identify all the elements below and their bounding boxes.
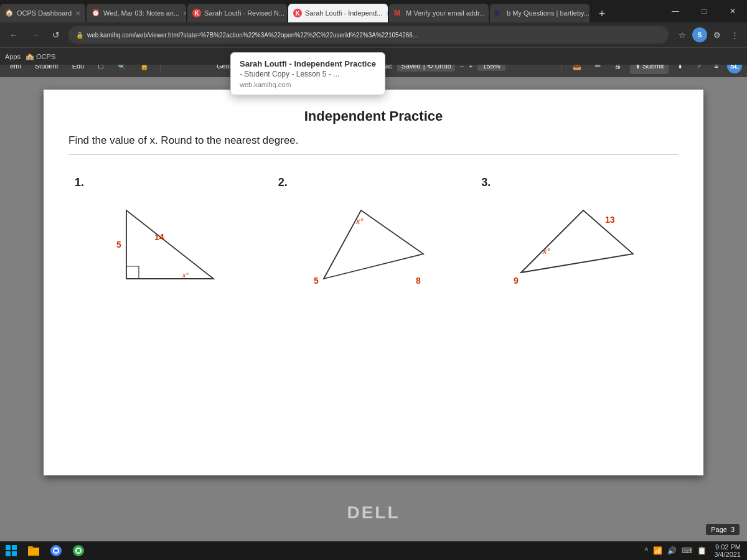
- label-5-p2: 5: [314, 276, 319, 286]
- label-9-p3: 9: [514, 276, 519, 286]
- address-bar[interactable]: 🔒 web.kamihq.com/web/viewer.html?state=%…: [68, 26, 669, 44]
- svg-point-9: [54, 549, 58, 553]
- forward-button[interactable]: →: [26, 26, 44, 44]
- chrome-logo-2: [72, 544, 85, 557]
- tab-ocps-dashboard[interactable]: 🏠 OCPS Dashboard ✕: [0, 4, 85, 22]
- sound-icon[interactable]: 🔊: [667, 546, 677, 555]
- tooltip-subtitle: - Student Copy - Lesson 5 - ...: [240, 70, 376, 78]
- minimize-button[interactable]: —: [661, 0, 690, 22]
- window-controls: — □ ✕: [661, 0, 747, 22]
- tab-bartleby[interactable]: b b My Questions | bartleby... ✕: [490, 4, 590, 22]
- profile-icon[interactable]: S: [692, 27, 707, 42]
- svg-point-12: [77, 549, 80, 553]
- tab-label-5: M Verify your email addr...: [406, 9, 485, 17]
- label-x-p2: x°: [355, 217, 364, 226]
- school-icon: 🏫: [26, 52, 34, 60]
- pdf-page: Independent Practice Find the value of x…: [44, 90, 703, 475]
- triangle-3-shape: [521, 210, 633, 273]
- tooltip-url: web.kamihq.com: [240, 81, 376, 88]
- address-bar-row: ← → ↺ 🔒 web.kamihq.com/web/viewer.html?s…: [0, 22, 747, 47]
- chrome-logo: [50, 544, 62, 557]
- triangle-2-svg: x° 5 8: [305, 192, 442, 297]
- windows-icon: [5, 544, 17, 557]
- tab-wed-mar03[interactable]: ⏰ Wed, Mar 03: Notes an... ✕: [87, 4, 186, 22]
- close-button[interactable]: ✕: [718, 0, 747, 22]
- browser-chrome: 🏠 OCPS Dashboard ✕ ⏰ Wed, Mar 03: Notes …: [0, 0, 747, 55]
- page-title: Independent Practice: [68, 108, 679, 124]
- triangle-1-svg: 5 14 x°: [108, 192, 232, 297]
- time-display: 9:02 PM: [714, 543, 741, 551]
- menu-icon[interactable]: ⋮: [727, 27, 742, 42]
- svg-rect-6: [28, 546, 33, 549]
- right-angle-mark-1: [126, 266, 139, 279]
- tab-sarah-independent[interactable]: K Sarah Loutfi - Independ... ✕: [288, 4, 388, 22]
- lock-icon: 🔒: [76, 32, 83, 39]
- tab-tooltip: Sarah Loutfi - Independent Practice - St…: [230, 52, 385, 95]
- taskbar-left: [0, 541, 87, 560]
- tab-sarah-revised[interactable]: K Sarah Loutfi - Revised N... ✕: [187, 4, 287, 22]
- problems-row: 1. 5 14 x°: [68, 170, 679, 307]
- problem-1-number: 1.: [75, 176, 84, 189]
- problem-3-triangle: 13 x° 9: [481, 189, 672, 301]
- new-tab-button[interactable]: +: [593, 5, 611, 22]
- tab-verify-email[interactable]: M M Verify your email addr... ✕: [389, 4, 489, 22]
- svg-rect-5: [28, 549, 39, 556]
- label-8-p2: 8: [416, 276, 421, 286]
- svg-rect-0: [6, 545, 11, 550]
- tooltip-title: Sarah Loutfi - Independent Practice: [240, 59, 376, 68]
- problem-2-triangle: x° 5 8: [278, 189, 469, 301]
- tab-close-2[interactable]: ✕: [183, 10, 186, 17]
- triangle-2-shape: [324, 210, 423, 279]
- problem-2: 2. x° 5 8: [272, 170, 476, 307]
- notification-icon[interactable]: 📋: [697, 546, 707, 555]
- tab-favicon-5: M: [394, 9, 403, 17]
- reload-button[interactable]: ↺: [47, 26, 65, 44]
- taskbar-clock: 9:02 PM 3/4/2021: [714, 543, 741, 558]
- tab-favicon-3: K: [192, 9, 201, 17]
- extensions-icon[interactable]: ⚙: [710, 27, 725, 42]
- label-13-p3: 13: [605, 215, 615, 225]
- chrome-icon[interactable]: [47, 542, 65, 559]
- tab-label-1: OCPS Dashboard: [17, 9, 72, 17]
- address-right-icons: ☆ S ⚙ ⋮: [675, 27, 742, 42]
- maximize-button[interactable]: □: [690, 0, 718, 22]
- svg-rect-2: [6, 551, 11, 556]
- dell-logo: DELL: [347, 503, 400, 523]
- svg-rect-1: [12, 545, 17, 550]
- svg-rect-3: [12, 551, 17, 556]
- back-button[interactable]: ←: [5, 26, 22, 44]
- tab-favicon-1: 🏠: [5, 9, 14, 17]
- tab-favicon-2: ⏰: [92, 9, 100, 17]
- bookmark-ocps[interactable]: 🏫 OCPS: [26, 52, 55, 60]
- tab-favicon-4: K: [293, 9, 302, 17]
- label-x-p1: x°: [182, 271, 189, 279]
- problem-2-number: 2.: [278, 176, 288, 189]
- tab-label-6: b My Questions | bartleby...: [507, 9, 590, 17]
- problem-3: 3. 13 x° 9: [475, 170, 679, 307]
- network-icon[interactable]: 📶: [653, 546, 662, 555]
- chrome-icon-2[interactable]: [70, 542, 87, 559]
- triangle-3-svg: 13 x° 9: [509, 192, 646, 297]
- date-display: 3/4/2021: [714, 551, 741, 558]
- file-explorer-icon[interactable]: [25, 542, 42, 559]
- keyboard-icon[interactable]: ⌨: [682, 546, 692, 555]
- bookmark-apps[interactable]: Apps: [5, 53, 21, 60]
- page-number-badge: Page 3: [706, 524, 740, 535]
- apps-label: Apps: [5, 53, 21, 60]
- tab-label-2: Wed, Mar 03: Notes an...: [103, 9, 179, 17]
- chevron-up-icon[interactable]: ^: [645, 546, 649, 555]
- dell-text: DELL: [347, 503, 400, 522]
- taskbar-system-icons: ^ 📶 🔊 ⌨ 📋: [645, 546, 707, 555]
- triangle-1-shape: [126, 210, 214, 279]
- folder-icon: [27, 544, 40, 557]
- label-14-p1: 14: [154, 232, 164, 242]
- tab-bar: 🏠 OCPS Dashboard ✕ ⏰ Wed, Mar 03: Notes …: [0, 0, 747, 22]
- tab-close-4[interactable]: ✕: [386, 10, 388, 17]
- start-button[interactable]: [2, 542, 20, 559]
- problem-1: 1. 5 14 x°: [68, 170, 272, 307]
- tab-close-1[interactable]: ✕: [75, 10, 80, 17]
- address-text: web.kamihq.com/web/viewer.html?state=%7B…: [87, 32, 418, 39]
- tab-label-4: Sarah Loutfi - Independ...: [305, 9, 382, 17]
- bookmark-star-icon[interactable]: ☆: [675, 27, 690, 42]
- taskbar: ^ 📶 🔊 ⌨ 📋 9:02 PM 3/4/2021: [0, 541, 747, 560]
